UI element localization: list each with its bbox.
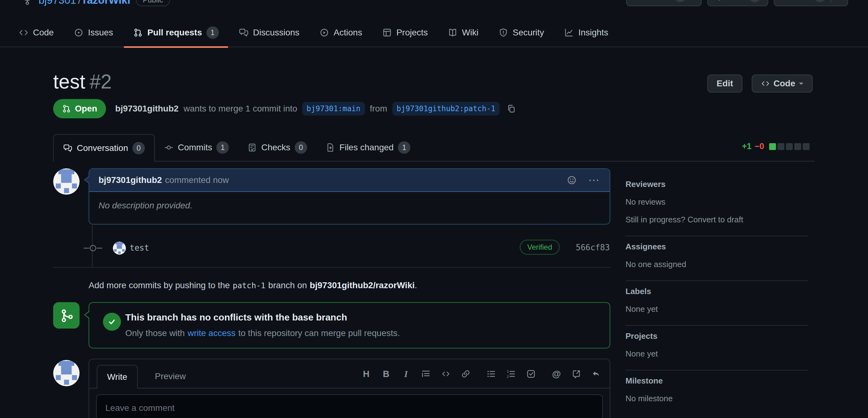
preview-tab[interactable]: Preview [150, 365, 191, 388]
check-circle-icon [103, 313, 121, 331]
pr-state-badge: Open [53, 99, 106, 118]
button-divider [831, 0, 831, 2]
mention-icon[interactable]: @ [551, 369, 562, 379]
link-icon[interactable] [460, 369, 471, 379]
comment-timestamp[interactable]: now [213, 175, 229, 185]
git-pull-request-icon [62, 104, 71, 113]
issue-opened-icon [74, 28, 84, 38]
fork-label: Fork [728, 0, 745, 1]
tab-label: Conversation [77, 143, 128, 153]
labels-title[interactable]: Labels [625, 287, 808, 296]
table-icon [382, 28, 392, 38]
unordered-list-icon[interactable] [486, 369, 496, 379]
pr-tab-strip: Conversation 0 Commits 1 Checks 0 Files … [53, 134, 814, 162]
diffstat-deletions: −0 [754, 142, 764, 151]
repo-owner-link[interactable]: bj97301 [38, 0, 76, 6]
tab-checks[interactable]: Checks 0 [238, 134, 316, 161]
play-icon [319, 28, 329, 38]
base-branch-label[interactable]: bj97301:main [302, 102, 365, 115]
repo-forked-icon [22, 0, 33, 6]
repo-actions: Watch 1 Fork 1 Star 0 [626, 0, 848, 6]
nav-tab-actions[interactable]: Actions [309, 18, 372, 47]
quote-icon[interactable] [421, 369, 431, 379]
comment-author-avatar[interactable] [53, 168, 80, 195]
projects-title[interactable]: Projects [625, 332, 808, 341]
tab-commits[interactable]: Commits 1 [155, 134, 238, 161]
commit-author-avatar[interactable] [113, 242, 126, 255]
edit-button[interactable]: Edit [707, 74, 742, 93]
reviewers-empty: No reviews [625, 197, 808, 207]
reviewers-title[interactable]: Reviewers [625, 179, 808, 189]
pr-sidebar: Reviewers No reviews Still in progress? … [625, 174, 808, 415]
nav-tab-pull-requests[interactable]: Pull requests 1 [123, 18, 229, 47]
kebab-menu-button[interactable]: ⋯ [588, 174, 600, 187]
nav-tab-issues[interactable]: Issues [64, 18, 123, 47]
nav-tab-label: Issues [88, 28, 113, 38]
milestone-title[interactable]: Milestone [625, 376, 808, 386]
comment-caret-fill [85, 176, 90, 183]
nav-tab-wiki[interactable]: Wiki [438, 18, 488, 47]
code-icon[interactable] [440, 369, 451, 379]
write-access-link[interactable]: write access [187, 328, 235, 338]
pr-author-link[interactable]: bj97301github2 [115, 104, 179, 114]
repo-nav: Code Issues Pull requests 1 Discussions … [0, 19, 868, 47]
nav-tab-security[interactable]: Security [488, 18, 554, 47]
fork-button[interactable]: Fork 1 [707, 0, 768, 6]
push-note-branch: patch-1 [232, 281, 265, 290]
comment-header: bj97301github2 commented now ⋯ [89, 169, 610, 192]
code-dropdown-button[interactable]: Code [752, 74, 813, 93]
merge-status-box: This branch has no conflicts with the ba… [89, 302, 610, 348]
convert-to-draft-link[interactable]: Convert to draft [687, 215, 743, 224]
diffstat[interactable]: +1 −0 [742, 142, 810, 151]
pr-title-text: test [53, 70, 85, 93]
assignees-empty: No one assigned [625, 259, 808, 269]
bold-icon[interactable]: B [381, 369, 392, 379]
ordered-list-icon[interactable]: 12 [506, 369, 516, 379]
nav-tab-code[interactable]: Code [9, 18, 64, 47]
tab-label: Files changed [340, 143, 394, 152]
nav-tab-label: Pull requests [147, 28, 202, 38]
book-icon [448, 28, 458, 38]
tab-conversation[interactable]: Conversation 0 [53, 134, 155, 162]
code-button-label: Code [774, 78, 795, 89]
code-icon [19, 28, 29, 38]
pull-requests-count: 1 [207, 26, 219, 39]
convert-draft-prefix: Still in progress? [625, 215, 685, 224]
head-branch-label[interactable]: bj97301github2:patch-1 [392, 102, 500, 115]
nav-tab-discussions[interactable]: Discussions [229, 18, 309, 47]
visibility-badge: Public [136, 0, 170, 6]
saved-replies-button[interactable] [591, 369, 601, 379]
editor-header: Write Preview H B I 12 @ [89, 359, 610, 388]
add-reaction-button[interactable] [566, 175, 577, 185]
heading-icon[interactable]: H [361, 369, 372, 379]
commit-message-link[interactable]: test [130, 243, 149, 252]
nav-tab-label: Projects [396, 28, 428, 38]
comment-discussion-icon [63, 143, 72, 153]
current-user-avatar[interactable] [53, 360, 80, 386]
italic-icon[interactable]: I [401, 369, 411, 379]
comment-author-link[interactable]: bj97301github2 [98, 175, 162, 185]
tab-files-changed[interactable]: Files changed 1 [316, 134, 420, 161]
tab-count: 1 [216, 141, 229, 154]
chevron-down-icon [799, 82, 803, 87]
assignees-title[interactable]: Assignees [625, 242, 808, 251]
pr-number: #2 [90, 70, 112, 93]
comment-action-text: commented [165, 175, 211, 185]
milestone-empty: No milestone [625, 394, 808, 404]
cross-reference-icon[interactable] [571, 369, 582, 379]
nav-tab-insights[interactable]: Insights [554, 18, 618, 47]
pr-meta-text: wants to merge 1 commit into [183, 104, 297, 114]
svg-text:1: 1 [507, 370, 509, 374]
repo-header: bj97301/razorWiki Public [22, 0, 170, 6]
copy-branch-button[interactable] [506, 104, 516, 114]
commit-sha-link[interactable]: 566cf83 [576, 243, 610, 252]
star-button[interactable]: Star 0 [774, 0, 848, 6]
repo-name-link[interactable]: razorWiki [83, 0, 130, 6]
nav-tab-projects[interactable]: Projects [372, 18, 438, 47]
projects-empty: None yet [625, 349, 808, 359]
sidebar-section-assignees: Assignees No one assigned [625, 236, 808, 281]
task-list-icon[interactable] [526, 369, 536, 379]
comment-textarea[interactable] [96, 394, 603, 418]
watch-button[interactable]: Watch 1 [626, 0, 702, 6]
write-tab[interactable]: Write [97, 365, 138, 388]
